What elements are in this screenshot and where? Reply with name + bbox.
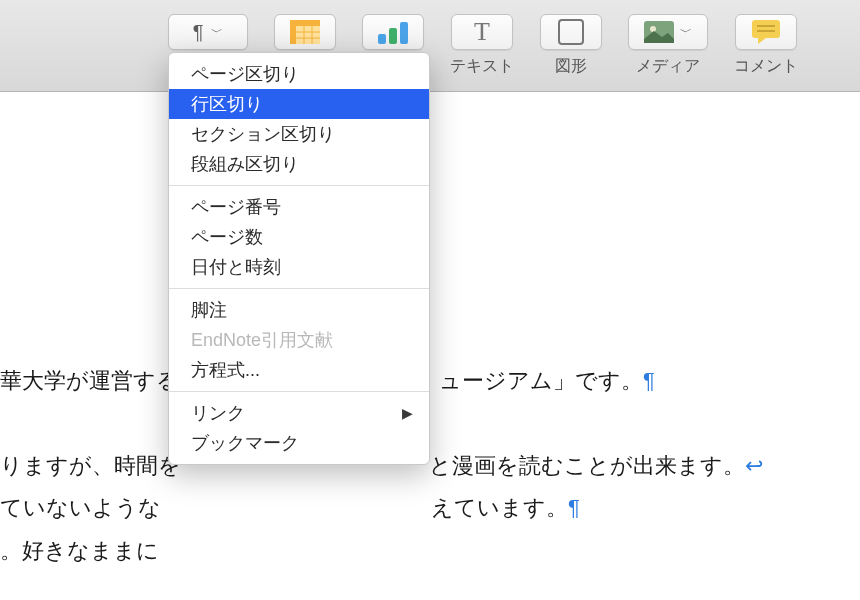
menu-separator	[169, 391, 429, 392]
svg-point-11	[650, 26, 656, 32]
media-button[interactable]: ﹀	[628, 14, 708, 50]
menu-link[interactable]: リンク ▶	[169, 398, 429, 428]
menu-endnote-citation: EndNote引用文献	[169, 325, 429, 355]
svg-rect-0	[290, 20, 320, 26]
text-fragment: ていないような	[0, 495, 161, 520]
chevron-down-icon: ﹀	[211, 24, 223, 41]
menu-section-break[interactable]: セクション区切り	[169, 119, 429, 149]
menu-page-number[interactable]: ページ番号	[169, 192, 429, 222]
svg-rect-12	[752, 20, 780, 38]
comment-group: コメント	[734, 14, 798, 77]
insert-dropdown: ページ区切り 行区切り セクション区切り 段組み区切り ページ番号 ページ数 日…	[168, 52, 430, 465]
menu-page-break[interactable]: ページ区切り	[169, 59, 429, 89]
menu-date-time[interactable]: 日付と時刻	[169, 252, 429, 282]
comment-button[interactable]	[735, 14, 797, 50]
shape-icon	[558, 19, 584, 45]
svg-rect-7	[378, 34, 386, 44]
text-label: テキスト	[450, 56, 514, 77]
menu-bookmark[interactable]: ブックマーク	[169, 428, 429, 458]
paragraph-menu-button[interactable]: ¶ ﹀	[168, 14, 248, 50]
line-break-mark: ↩	[745, 453, 763, 478]
svg-rect-8	[389, 28, 397, 44]
menu-separator	[169, 185, 429, 186]
text-fragment: えています。	[431, 495, 568, 520]
svg-rect-2	[296, 26, 320, 44]
svg-rect-9	[400, 22, 408, 44]
shape-group: 図形	[540, 14, 602, 77]
menu-column-break[interactable]: 段組み区切り	[169, 149, 429, 179]
menu-page-count[interactable]: ページ数	[169, 222, 429, 252]
menu-link-label: リンク	[191, 401, 245, 425]
toolbar: ¶ ﹀	[0, 0, 860, 92]
chart-icon	[376, 20, 410, 44]
media-icon	[644, 21, 674, 43]
document-body[interactable]: 華大学が運営するュージアム」です。¶ りますが、時間をと漫画を読むことが出来ます…	[0, 92, 860, 570]
text-fragment: 華大学が運営する	[0, 368, 179, 393]
media-label: メディア	[636, 56, 700, 77]
text-group: T テキスト	[450, 14, 514, 77]
text-line: りますが、時間をと漫画を読むことが出来ます。↩	[0, 447, 860, 486]
text-line: 華大学が運営するュージアム」です。¶	[0, 362, 860, 401]
media-group: ﹀ メディア	[628, 14, 708, 77]
text-fragment: 。好きなままに	[0, 538, 159, 563]
text-fragment: りますが、時間を	[0, 453, 181, 478]
text-button[interactable]: T	[451, 14, 513, 50]
pilcrow-mark: ¶	[568, 495, 580, 520]
chevron-down-icon: ﹀	[680, 24, 692, 41]
comment-icon	[752, 20, 780, 44]
comment-label: コメント	[734, 56, 798, 77]
submenu-arrow-icon: ▶	[402, 405, 413, 421]
menu-equation[interactable]: 方程式...	[169, 355, 429, 385]
text-line: ていないようなえています。¶	[0, 489, 860, 528]
text-icon: T	[474, 17, 490, 47]
menu-footnote[interactable]: 脚注	[169, 295, 429, 325]
pilcrow-mark: ¶	[643, 368, 655, 393]
table-icon	[290, 20, 320, 44]
shape-label: 図形	[555, 56, 587, 77]
menu-line-break[interactable]: 行区切り	[169, 89, 429, 119]
paragraph-menu-group: ¶ ﹀	[168, 14, 248, 50]
text-fragment: ュージアム」です。	[439, 368, 643, 393]
table-button[interactable]	[274, 14, 336, 50]
text-fragment: と漫画を読むことが出来ます。	[429, 453, 745, 478]
svg-rect-1	[290, 26, 296, 44]
menu-separator	[169, 288, 429, 289]
text-line: 。好きなままに	[0, 532, 860, 571]
pilcrow-icon: ¶	[193, 21, 204, 44]
table-group	[274, 14, 336, 56]
chart-button[interactable]	[362, 14, 424, 50]
shape-button[interactable]	[540, 14, 602, 50]
